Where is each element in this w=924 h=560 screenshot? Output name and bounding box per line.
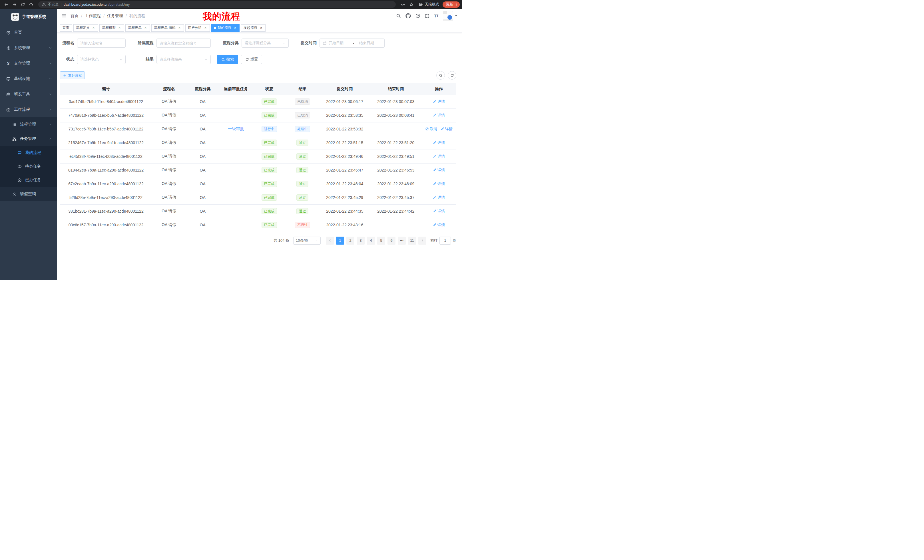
current-task-link[interactable]: 一级审批: [228, 126, 244, 131]
sidebar-item-payment-management[interactable]: ¥支付管理: [0, 55, 57, 71]
close-icon[interactable]: ×: [259, 26, 263, 30]
breadcrumb-workflow[interactable]: 工作流程: [85, 13, 101, 18]
tab-home[interactable]: 首页: [60, 24, 72, 32]
close-icon[interactable]: ×: [144, 26, 147, 30]
sidebar-item-process-management[interactable]: 流程管理: [0, 117, 57, 132]
submit-time-range-picker[interactable]: 开始日期 - 结束日期: [320, 39, 385, 48]
detail-link[interactable]: 详情: [433, 154, 445, 159]
search-button[interactable]: 搜索: [217, 55, 238, 64]
sidebar-item-dev-tools[interactable]: 研发工具: [0, 87, 57, 102]
detail-link[interactable]: 详情: [433, 181, 445, 186]
user-avatar[interactable]: [443, 11, 458, 21]
table-toolbar: 发起流程: [60, 71, 456, 79]
page-size-select[interactable]: 10条/页: [293, 237, 321, 245]
table-row: 67c2eaab-7b9a-11ec-a290-acde48001122OA 请…: [60, 177, 456, 191]
close-icon[interactable]: ×: [204, 26, 207, 30]
toggle-search-button[interactable]: [436, 71, 445, 79]
edit-icon: [433, 196, 436, 199]
tab-process-model[interactable]: 流程模型×: [99, 24, 124, 32]
bookmark-star-icon[interactable]: [408, 1, 415, 8]
sidebar-item-task-management[interactable]: 任务管理: [0, 132, 57, 146]
detail-link[interactable]: 详情: [433, 113, 445, 118]
tab-process-definition[interactable]: 流程定义×: [74, 24, 98, 32]
breadcrumb-task-management[interactable]: 任务管理: [107, 13, 123, 18]
page-button-4[interactable]: 4: [367, 237, 375, 245]
search-icon: [221, 58, 225, 61]
tab-user-group[interactable]: 用户分组×: [185, 24, 210, 32]
process-definition-field[interactable]: [160, 41, 208, 45]
sidebar-toggle-button[interactable]: [62, 13, 66, 18]
sidebar-item-home[interactable]: 首页: [0, 25, 57, 40]
browser-menu-dots-icon[interactable]: [454, 3, 458, 6]
page-button-5[interactable]: 5: [377, 237, 385, 245]
tab-my-process[interactable]: 我的流程×: [211, 24, 240, 32]
result-select[interactable]: 请选择流结果: [156, 55, 211, 64]
page-button-3[interactable]: 3: [357, 237, 364, 245]
sidebar-item-my-process[interactable]: 我的流程: [0, 146, 57, 160]
browser-reload-button[interactable]: [19, 1, 27, 8]
eye-icon: [17, 165, 22, 169]
goto-page-input[interactable]: [440, 237, 451, 245]
detail-link[interactable]: 详情: [433, 195, 445, 200]
close-icon[interactable]: ×: [178, 26, 182, 30]
page-button-1[interactable]: 1: [336, 237, 344, 245]
sidebar-item-label: 研发工具: [14, 91, 30, 97]
more-pages-button[interactable]: •••: [398, 237, 406, 245]
detail-link[interactable]: 详情: [433, 209, 445, 214]
browser-back-button[interactable]: [2, 1, 10, 8]
detail-link[interactable]: 详情: [433, 99, 445, 104]
browser-forward-button[interactable]: [10, 1, 18, 8]
category-select[interactable]: 请选择流程分类: [242, 39, 289, 48]
breadcrumb-home[interactable]: 首页: [70, 13, 78, 18]
previous-page-button[interactable]: [326, 237, 334, 245]
address-bar[interactable]: 不安全 | dashboard.yudao.iocoder.cn/bpm/tas…: [38, 1, 396, 8]
sidebar-item-workflow[interactable]: 工作流程: [0, 102, 57, 117]
detail-link[interactable]: 详情: [433, 168, 445, 173]
cell-end-time: 2022-01-23 00:08:41: [370, 108, 422, 122]
process-name-field[interactable]: [80, 41, 123, 45]
next-page-button[interactable]: [418, 237, 426, 245]
close-icon[interactable]: ×: [233, 26, 237, 30]
pagination: 共 104 条 10条/页 123456•••11 前往 页: [60, 237, 456, 245]
page-button-2[interactable]: 2: [346, 237, 354, 245]
search-icon[interactable]: [396, 13, 401, 18]
sidebar-item-system-management[interactable]: 系统管理: [0, 40, 57, 55]
chevron-down-icon: [119, 58, 123, 61]
tab-start-process[interactable]: 发起流程×: [241, 24, 266, 32]
detail-link[interactable]: 详情: [433, 140, 445, 145]
help-icon[interactable]: [416, 13, 420, 18]
tab-process-form-edit[interactable]: 流程表单-编辑×: [152, 24, 184, 32]
close-icon[interactable]: ×: [92, 26, 95, 30]
detail-link[interactable]: 详情: [433, 222, 445, 228]
close-icon[interactable]: ×: [118, 26, 122, 30]
reset-button[interactable]: 重置: [241, 55, 262, 64]
sidebar-item-todo-task[interactable]: 待办任务: [0, 160, 57, 173]
password-key-icon[interactable]: [399, 1, 407, 8]
page-button-11[interactable]: 11: [408, 237, 416, 245]
cell-current-task: [219, 191, 253, 204]
sidebar-item-infrastructure[interactable]: 基础设施: [0, 71, 57, 87]
detail-link[interactable]: 详情: [441, 126, 453, 132]
github-icon[interactable]: [405, 13, 411, 18]
start-process-button[interactable]: 发起流程: [60, 71, 85, 79]
process-name-input[interactable]: [77, 39, 126, 48]
toolbox-icon: [6, 92, 10, 96]
not-secure-warning-icon[interactable]: [42, 2, 46, 7]
tab-process-form[interactable]: 流程表单×: [125, 24, 150, 32]
cancel-link[interactable]: 取消: [425, 126, 437, 132]
process-definition-input[interactable]: [156, 39, 211, 48]
sidebar-item-leave-query[interactable]: 请假查询: [0, 187, 57, 201]
browser-home-button[interactable]: [27, 1, 35, 8]
app-logo[interactable]: 芋道管理系统: [0, 9, 57, 25]
browser-update-button[interactable]: 更新: [442, 1, 460, 8]
result-badge: 通过: [296, 139, 308, 146]
page-button-6[interactable]: 6: [387, 237, 396, 245]
sidebar-item-done-task[interactable]: 已办任务: [0, 173, 57, 187]
fullscreen-icon[interactable]: [425, 14, 429, 18]
refresh-table-button[interactable]: [448, 71, 456, 79]
cell-result: 通过: [286, 204, 319, 218]
cell-status: 已完成: [253, 218, 286, 232]
status-select[interactable]: 请选择状态: [77, 55, 126, 64]
font-size-icon[interactable]: TT: [434, 13, 438, 18]
table-row: 331bc281-7b9a-11ec-a290-acde48001122OA 请…: [60, 204, 456, 218]
